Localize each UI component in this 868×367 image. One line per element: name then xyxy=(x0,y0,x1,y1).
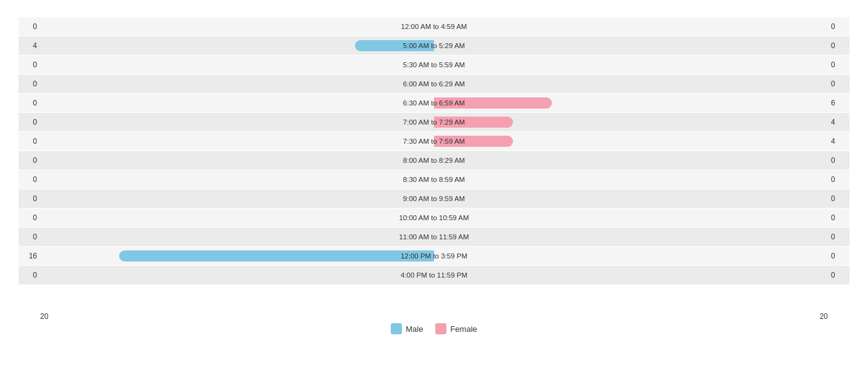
bar-row: 09:00 AM to 9:59 AM0 xyxy=(19,189,849,208)
male-bar xyxy=(355,40,434,51)
male-value: 0 xyxy=(19,99,40,107)
female-value: 0 xyxy=(828,60,849,69)
bar-row: 06:00 AM to 6:29 AM0 xyxy=(19,75,849,93)
male-value: 0 xyxy=(19,213,40,222)
female-bar xyxy=(434,136,513,147)
bar-row: 04:00 PM to 11:59 PM0 xyxy=(19,266,849,284)
bar-row: 07:00 AM to 7:29 AM4 xyxy=(19,113,849,131)
legend-male-icon xyxy=(391,323,402,334)
legend: MaleFemale xyxy=(19,321,849,334)
male-value: 0 xyxy=(19,175,40,184)
female-value: 0 xyxy=(828,213,849,222)
bar-row: 010:00 AM to 10:59 AM0 xyxy=(19,208,849,227)
legend-female: Female xyxy=(435,323,477,334)
female-value: 0 xyxy=(828,194,849,203)
female-value: 0 xyxy=(828,252,849,260)
male-value: 0 xyxy=(19,194,40,203)
x-axis-left: 20 xyxy=(40,312,48,321)
female-value: 4 xyxy=(828,118,849,126)
male-value: 0 xyxy=(19,156,40,165)
male-value: 0 xyxy=(19,137,40,146)
female-value: 0 xyxy=(828,271,849,279)
male-value: 0 xyxy=(19,271,40,279)
female-bar xyxy=(434,117,513,128)
chart-container: 012:00 AM to 4:59 AM045:00 AM to 5:29 AM… xyxy=(0,0,868,367)
legend-male: Male xyxy=(391,323,423,334)
bar-row: 012:00 AM to 4:59 AM0 xyxy=(19,17,849,36)
female-value: 4 xyxy=(828,137,849,146)
bar-row: 06:30 AM to 6:59 AM6 xyxy=(19,94,849,112)
legend-female-label: Female xyxy=(450,324,477,334)
female-value: 0 xyxy=(828,22,849,31)
female-bar xyxy=(434,97,552,109)
x-axis-right: 20 xyxy=(820,312,828,321)
male-value: 0 xyxy=(19,60,40,69)
bar-row: 011:00 AM to 11:59 AM0 xyxy=(19,228,849,246)
male-value: 0 xyxy=(19,233,40,241)
male-value: 0 xyxy=(19,22,40,31)
male-bar xyxy=(119,250,434,262)
bar-row: 07:30 AM to 7:59 AM4 xyxy=(19,132,849,151)
male-value: 0 xyxy=(19,80,40,88)
female-value: 0 xyxy=(828,156,849,165)
male-value: 0 xyxy=(19,118,40,126)
female-value: 6 xyxy=(828,99,849,107)
bar-row: 08:00 AM to 8:29 AM0 xyxy=(19,151,849,170)
female-value: 0 xyxy=(828,41,849,50)
legend-male-label: Male xyxy=(406,324,423,334)
male-value: 4 xyxy=(19,41,40,50)
female-value: 0 xyxy=(828,80,849,88)
female-value: 0 xyxy=(828,233,849,241)
bar-row: 08:30 AM to 8:59 AM0 xyxy=(19,170,849,189)
bar-row: 1612:00 PM to 3:59 PM0 xyxy=(19,247,849,265)
female-value: 0 xyxy=(828,175,849,184)
bar-row: 05:30 AM to 5:59 AM0 xyxy=(19,56,849,74)
male-value: 16 xyxy=(19,252,40,260)
legend-female-icon xyxy=(435,323,446,334)
bar-row: 45:00 AM to 5:29 AM0 xyxy=(19,36,849,55)
